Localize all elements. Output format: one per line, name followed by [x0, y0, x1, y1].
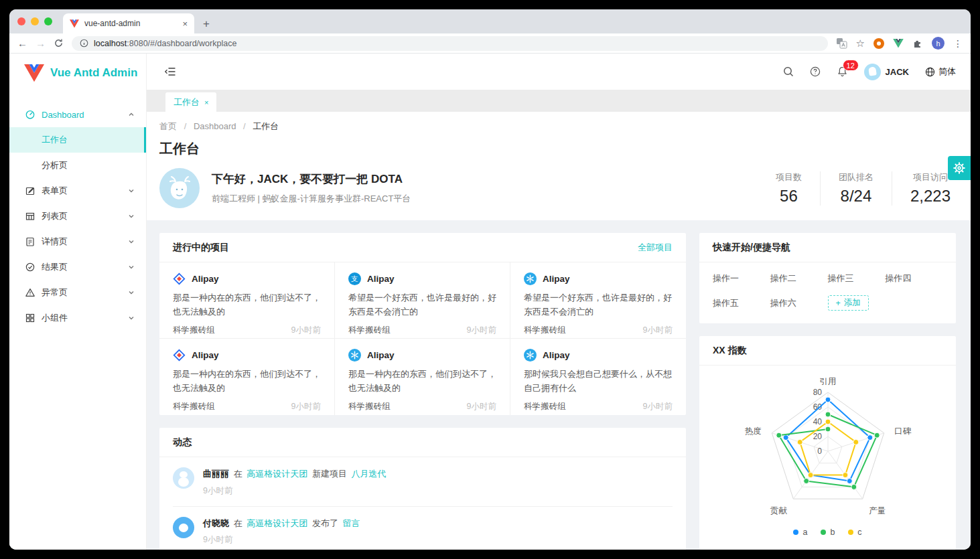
sidebar-item-details[interactable]: 详情页 — [9, 229, 146, 254]
quick-link[interactable]: 操作六 — [770, 297, 828, 309]
legend-item-b[interactable]: b — [821, 528, 835, 537]
project-card[interactable]: Alipay 那是一种内在的东西，他们到达不了，也无法触及的 科学搬砖组 9小时… — [159, 262, 335, 339]
tab-close-icon[interactable]: × — [182, 19, 188, 29]
page-title: 工作台 — [159, 140, 955, 158]
sidebar-item-workplace[interactable]: 工作台 — [9, 127, 146, 153]
page-tab-workplace[interactable]: 工作台 × — [165, 92, 216, 112]
all-projects-link[interactable]: 全部项目 — [638, 242, 673, 254]
project-group-link[interactable]: 科学搬砖组 — [173, 325, 215, 336]
table-icon — [25, 212, 35, 221]
user-avatar — [864, 64, 881, 80]
bookmark-star-icon[interactable]: ☆ — [856, 37, 865, 50]
project-group-link[interactable]: 科学搬砖组 — [524, 325, 566, 336]
plus-icon: + — [836, 299, 841, 308]
help-icon[interactable] — [810, 66, 821, 77]
sidebar-item-widgets[interactable]: 小组件 — [9, 305, 146, 331]
activity-target-link[interactable]: 留言 — [343, 518, 360, 528]
svg-text:口碑: 口碑 — [894, 426, 912, 436]
project-group-link[interactable]: 科学搬砖组 — [524, 401, 566, 412]
svg-text:支: 支 — [351, 275, 358, 283]
sidebar-item-forms[interactable]: 表单页 — [9, 178, 146, 204]
chevron-down-icon — [128, 315, 135, 321]
greeting-text: 下午好，JACK，要不要打一把 DOTA — [212, 171, 411, 187]
quick-link[interactable]: 操作三 — [828, 272, 886, 285]
project-card[interactable]: 支 Alipay 希望是一个好东西，也许是最好的，好东西是不会消亡的 科学搬砖组… — [335, 262, 510, 339]
project-card[interactable]: Alipay 那是一种内在的东西，他们到达不了，也无法触及的 科学搬砖组 9小时… — [335, 339, 510, 415]
chevron-down-icon — [128, 213, 135, 220]
forward-icon[interactable]: → — [36, 38, 46, 48]
activity-team-link[interactable]: 高逼格设计天团 — [247, 469, 307, 479]
svg-text:贡献: 贡献 — [770, 506, 788, 515]
site-info-icon[interactable] — [80, 39, 88, 48]
activity-time: 9小时前 — [203, 485, 389, 497]
chrome-profile-avatar[interactable]: h — [932, 37, 944, 50]
project-group-link[interactable]: 科学搬砖组 — [348, 325, 391, 336]
legend-label: a — [802, 528, 807, 537]
activity-user[interactable]: 曲丽丽 — [203, 469, 229, 479]
svg-text:热度: 热度 — [745, 426, 762, 436]
sidebar-item-analysis[interactable]: 分析页 — [9, 153, 146, 178]
check-circle-icon — [25, 262, 35, 272]
notification-badge: 12 — [843, 60, 859, 71]
sidebar-item-exceptions[interactable]: 异常页 — [9, 280, 146, 305]
projects-card: 进行中的项目 全部项目 Alipay — [159, 233, 686, 415]
project-card[interactable]: Alipay 那时候我只会想自己想要什么，从不想自己拥有什么 科学搬砖组 9小时… — [510, 339, 686, 415]
quick-link[interactable]: 操作五 — [713, 297, 770, 309]
project-group-link[interactable]: 科学搬砖组 — [173, 401, 215, 412]
breadcrumb-home[interactable]: 首页 — [159, 121, 177, 131]
project-card[interactable]: Alipay 希望是一个好东西，也许是最好的，好东西是不会消亡的 科学搬砖组 9… — [510, 262, 686, 339]
close-window-button[interactable] — [17, 17, 25, 25]
add-button[interactable]: + 添加 — [828, 295, 869, 311]
svg-text:0: 0 — [817, 447, 822, 456]
fullscreen-window-button[interactable] — [44, 17, 52, 25]
activity-title: 动态 — [173, 436, 192, 449]
activity-target-link[interactable]: 八月迭代 — [352, 469, 387, 479]
language-switcher[interactable]: 简体 — [925, 66, 956, 78]
atom-flower-icon — [348, 349, 361, 362]
notifications-bell[interactable]: 12 — [837, 66, 848, 78]
back-icon[interactable]: ← — [17, 38, 27, 48]
url-path: :8080/#/dashboard/workplace — [127, 39, 236, 48]
chevron-down-icon — [128, 187, 135, 194]
tab-close-icon[interactable]: × — [204, 98, 208, 106]
browser-tab[interactable]: vue-antd-admin × — [63, 13, 194, 33]
project-card[interactable]: Alipay 那是一种内在的东西，他们到达不了，也无法触及的 科学搬砖组 9小时… — [159, 339, 335, 415]
search-icon[interactable] — [783, 66, 794, 77]
legend-item-c[interactable]: c — [848, 528, 861, 537]
gear-icon — [953, 162, 965, 174]
legend-label: c — [857, 528, 861, 537]
chart-title: XX 指数 — [713, 345, 747, 357]
svg-text:20: 20 — [813, 432, 823, 441]
legend-item-a[interactable]: a — [793, 528, 807, 537]
projects-grid: Alipay 那是一种内在的东西，他们到达不了，也无法触及的 科学搬砖组 9小时… — [159, 262, 686, 415]
menu-fold-icon[interactable] — [164, 66, 176, 78]
address-bar[interactable]: localhost:8080/#/dashboard/workplace — [72, 36, 828, 51]
new-tab-button[interactable]: + — [197, 15, 216, 33]
vue-devtools-icon[interactable] — [893, 39, 904, 48]
sidebar-item-results[interactable]: 结果页 — [9, 254, 146, 280]
svg-text:产量: 产量 — [869, 506, 886, 515]
chrome-menu-icon[interactable]: ⋮ — [953, 38, 963, 49]
sidebar-item-dashboard[interactable]: Dashboard — [9, 102, 146, 127]
minimize-window-button[interactable] — [31, 17, 39, 25]
translate-icon[interactable] — [836, 37, 847, 49]
app-logo[interactable]: Vue Antd Admin — [9, 54, 146, 92]
extensions-puzzle-icon[interactable] — [912, 38, 923, 49]
activity-team-link[interactable]: 高逼格设计天团 — [247, 518, 307, 528]
role-text: 前端工程师 | 蚂蚁金服-计算服务事业群-REACT平台 — [212, 193, 411, 205]
project-group-link[interactable]: 科学搬砖组 — [348, 401, 391, 412]
user-menu[interactable]: JACK — [864, 64, 909, 80]
stat-projects: 项目数 56 — [758, 171, 820, 206]
atom-flower-icon — [524, 349, 537, 362]
extension-orange-icon[interactable] — [873, 38, 884, 49]
breadcrumb-dashboard[interactable]: Dashboard — [194, 121, 236, 131]
settings-drawer-button[interactable] — [948, 156, 971, 180]
legend-dot — [848, 530, 853, 535]
activity-user[interactable]: 付晓晓 — [203, 518, 229, 528]
quick-link[interactable]: 操作二 — [770, 272, 828, 285]
user-name: JACK — [886, 67, 909, 77]
reload-icon[interactable] — [54, 38, 64, 48]
quick-link[interactable]: 操作四 — [885, 272, 942, 285]
sidebar-item-lists[interactable]: 列表页 — [9, 204, 146, 229]
quick-link[interactable]: 操作一 — [713, 272, 770, 285]
